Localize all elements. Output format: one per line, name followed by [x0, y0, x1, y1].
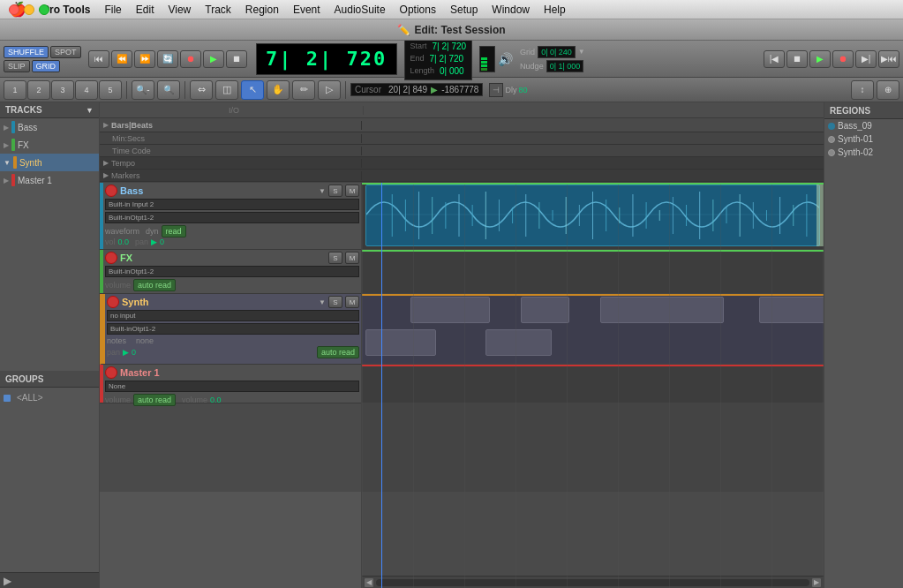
menu-track[interactable]: Track [198, 4, 238, 16]
synth-expand-icon[interactable]: ▼ [319, 298, 326, 306]
slip-mode-btn[interactable]: SLIP [4, 60, 30, 72]
zoom-in-btn[interactable]: 🔍 [157, 80, 180, 100]
menu-event[interactable]: Event [286, 4, 327, 16]
scroll-right-btn[interactable]: ▶ [811, 577, 822, 588]
fx-auto-mode[interactable]: auto read [133, 279, 176, 291]
synth-output-display[interactable]: Built-inOtpt1-2 [107, 323, 359, 335]
skip-end-btn[interactable]: ▶⏮ [878, 50, 899, 68]
page-4-btn[interactable]: 4 [75, 80, 98, 100]
fx-rec-btn[interactable] [105, 252, 117, 264]
page-5-btn[interactable]: 5 [99, 80, 122, 100]
nudge-value[interactable]: 0| 1| 000 [546, 60, 584, 72]
fx-sm-m[interactable]: M [345, 252, 359, 264]
synth-clip-5[interactable] [365, 329, 436, 356]
menu-setup[interactable]: Setup [443, 4, 485, 16]
fx-waveform-track[interactable] [362, 250, 824, 294]
spot-mode-btn[interactable]: SPOT [50, 46, 81, 58]
zoom-tool-btn[interactable]: ⇔ [190, 80, 213, 100]
region-item-bass09[interactable]: Bass_09 [824, 119, 903, 132]
tempo-expand-icon[interactable]: ▶ [103, 159, 109, 167]
track-expand-bass[interactable]: ▶ [4, 124, 9, 132]
stop-btn[interactable]: ⏹ [226, 50, 247, 68]
menu-audiosuite[interactable]: AudioSuite [327, 4, 393, 16]
bass-auto-mode[interactable]: read [162, 225, 186, 237]
menu-file[interactable]: File [97, 4, 128, 16]
scroll-left-btn[interactable]: ◀ [364, 577, 374, 588]
menu-edit[interactable]: Edit [129, 4, 162, 16]
minimize-button[interactable] [24, 4, 34, 15]
markers-expand-icon[interactable]: ▶ [103, 171, 109, 179]
master-rec-btn[interactable] [105, 366, 117, 379]
skip-fwd-btn[interactable]: ▶| [855, 50, 877, 68]
region-item-synth02[interactable]: Synth-02 [824, 146, 903, 159]
play2-btn[interactable]: ▶ [809, 50, 831, 68]
play-btn[interactable]: ▶ [203, 50, 224, 68]
start-val[interactable]: 7| 2| 720 [433, 41, 467, 53]
synth-auto-mode[interactable]: auto read [317, 346, 359, 358]
bass-waveform-track[interactable] [362, 183, 824, 250]
record-btn[interactable]: ⏺ [180, 50, 201, 68]
bass-rec-btn[interactable] [105, 185, 117, 197]
select-tool-btn[interactable]: ↖ [241, 80, 264, 100]
menu-options[interactable]: Options [393, 4, 443, 16]
track-list-item-master[interactable]: ▶ Master 1 [0, 171, 99, 189]
tracks-expand-icon[interactable]: ▼ [86, 106, 94, 115]
region-item-synth01[interactable]: Synth-01 [824, 132, 903, 146]
master-waveform-track[interactable] [362, 365, 824, 403]
synth-clip-4[interactable] [759, 297, 824, 323]
record2-btn[interactable]: ⏺ [832, 50, 854, 68]
end-val[interactable]: 7| 2| 720 [430, 53, 464, 65]
send-btn[interactable]: ⊕ [877, 80, 899, 100]
synth-rec-btn[interactable] [107, 296, 119, 308]
track-list-item-fx[interactable]: ▶ FX [0, 136, 99, 154]
synth-clip-1[interactable] [410, 297, 490, 323]
page-2-btn[interactable]: 2 [27, 80, 50, 100]
menu-help[interactable]: Help [537, 4, 573, 16]
rewind-to-start-btn[interactable]: ⏮ [88, 50, 109, 68]
ruler-expand-icon[interactable]: ▶ [103, 121, 109, 129]
menu-region[interactable]: Region [238, 4, 286, 16]
master-output-display[interactable]: None [105, 381, 359, 392]
shuffle-mode-btn[interactable]: SHUFFLE [4, 46, 49, 58]
menu-view[interactable]: View [161, 4, 198, 16]
length-val[interactable]: 0| 000 [440, 65, 464, 78]
stop2-btn[interactable]: ⏹ [786, 50, 808, 68]
track-expand-synth[interactable]: ▼ [4, 159, 11, 167]
grid-value[interactable]: 0| 0| 240 [538, 46, 576, 58]
trim-tool-btn[interactable]: ◫ [215, 80, 238, 100]
master-auto-mode[interactable]: auto read [133, 394, 176, 406]
close-button[interactable] [9, 4, 19, 15]
bass-sm-m[interactable]: M [345, 185, 359, 197]
bass-output-display[interactable]: Built-inOtpt1-2 [105, 212, 359, 223]
group-add-btn[interactable]: ▶ [4, 575, 11, 587]
synth-sm-s[interactable]: S [328, 296, 342, 308]
fx-output-display[interactable]: Built-inOtpt1-2 [105, 266, 359, 277]
synth-input-display[interactable]: no input [107, 310, 359, 321]
synth-clip-3[interactable] [600, 297, 724, 323]
track-list-item-synth[interactable]: ▼ Synth [0, 154, 99, 171]
grid-down-icon[interactable]: ▼ [578, 48, 585, 56]
maximize-button[interactable] [39, 4, 49, 15]
grabber-tool-btn[interactable]: ✋ [267, 80, 290, 100]
track-list-item-bass[interactable]: ▶ Bass [0, 118, 99, 136]
fast-forward-btn[interactable]: ⏩ [134, 50, 155, 68]
group-item-all[interactable]: <ALL> [13, 391, 46, 404]
fx-sm-s[interactable]: S [328, 252, 342, 264]
track-expand-fx[interactable]: ▶ [4, 141, 9, 149]
h-scrollbar-track[interactable] [376, 579, 809, 586]
bass-expand-icon[interactable]: ▼ [319, 187, 326, 195]
pencil-tool-btn[interactable]: ✏ [292, 80, 315, 100]
mix-btn[interactable]: ↕ [851, 80, 874, 100]
synth-clip-2[interactable] [521, 297, 569, 323]
bass-sm-s[interactable]: S [328, 185, 342, 197]
zoom-h-out-btn[interactable]: 🔍- [132, 80, 154, 100]
page-3-btn[interactable]: 3 [51, 80, 74, 100]
loop-btn[interactable]: 🔄 [157, 50, 178, 68]
grid-mode-btn[interactable]: GRID [32, 60, 61, 72]
rewind-btn[interactable]: ⏪ [111, 50, 132, 68]
bass-input-display[interactable]: Built-in Input 2 [105, 199, 359, 210]
bass-audio-clip[interactable] [365, 185, 820, 246]
page-1-btn[interactable]: 1 [4, 80, 26, 100]
synth-clip-6[interactable] [485, 329, 552, 356]
track-expand-master[interactable]: ▶ [4, 177, 9, 185]
